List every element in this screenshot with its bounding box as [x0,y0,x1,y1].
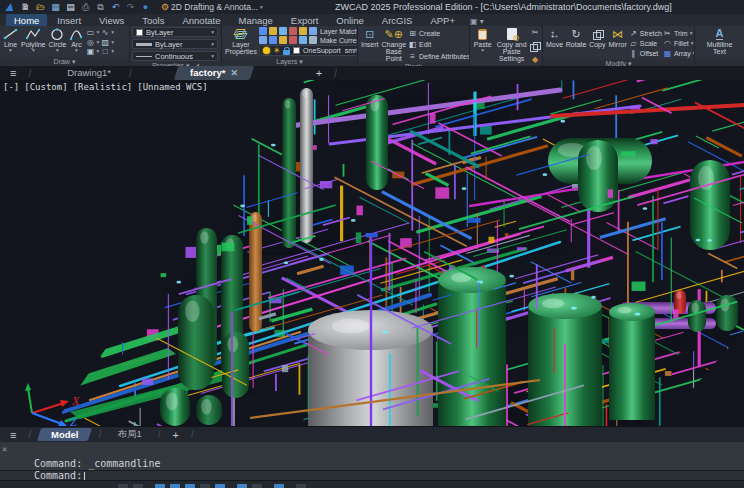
panel-label-draw[interactable]: Draw ▾ [0,57,129,66]
circle-button[interactable]: Circle ▾ [48,27,68,57]
viewport-visual-style-control[interactable]: [Realistic] [73,82,133,92]
layout-menu-icon[interactable]: ≡ [0,429,24,441]
define-attributes-button[interactable]: ≡Define Attributes [408,51,470,61]
window-title: ZWCAD 2025 Professional Edition - [C:\Us… [267,2,740,12]
line-button[interactable]: Line ▾ [2,27,19,57]
offset-button[interactable]: ∥Offset [629,48,662,58]
tab-tools[interactable]: Tools [134,14,172,26]
hatch-icon[interactable]: ▨ [100,38,110,47]
make-current-button[interactable]: Make Current [320,37,358,44]
close-command-icon[interactable]: ✕ [2,444,7,454]
save-as-icon[interactable]: ▤ [65,2,76,12]
scale-button[interactable]: ▱Scale [629,38,662,48]
layer-lock-icon[interactable] [283,50,290,55]
fillet-button[interactable]: ◠Fillet ▾ [663,38,695,48]
cut-icon[interactable]: ✂ [530,28,540,37]
move-button[interactable]: Move [545,27,564,59]
status-toggle[interactable] [170,484,180,488]
rectangle-icon[interactable]: ▭ [85,28,95,37]
gear-icon: ⚙ [161,2,169,12]
tab-views[interactable]: Views [91,14,132,26]
tab-home[interactable]: Home [6,14,47,26]
insert-block-icon: ⊡ [365,27,374,41]
stretch-button[interactable]: ↗Stretch [629,28,662,38]
status-toggle[interactable] [237,484,247,488]
new-layout-icon[interactable]: + [165,429,187,441]
arc-button[interactable]: Arc ▾ [68,27,84,57]
paste-special-icon[interactable]: ◆ [530,55,540,64]
lineweight-control[interactable]: ByLayer ▾ [132,39,218,49]
region-icon[interactable]: ▣ [85,47,95,56]
doc-tab-factory[interactable]: factory*✕ [174,66,254,80]
trim-button[interactable]: ✂Trim ▾ [663,28,695,38]
layer-dropdown[interactable]: ☀ OneSupport_smrtl ▾ [259,45,358,56]
new-tab-icon[interactable]: + [308,67,330,79]
workspace-switcher[interactable]: ⚙ 2D Drafting & Annota... ▾ [161,2,263,12]
plot-preview-icon[interactable]: ⧉ [95,2,106,12]
doc-tab-drawing1[interactable]: Drawing1* [53,66,125,80]
layer-freeze-icon[interactable]: ☀ [273,47,280,55]
status-toggle[interactable] [118,484,128,488]
ribbon-display-toggle[interactable]: ▣ ▾ [465,17,489,26]
viewport-ucs-control[interactable]: [Unnamed WCS] [137,82,207,92]
donut-icon[interactable]: ◎ [85,38,95,47]
insert-block-button[interactable]: ⊡ Insert [360,27,380,62]
new-file-icon[interactable]: 🗎 [20,2,31,12]
lineweight-sample [136,43,152,46]
create-block-button[interactable]: ⊞Create [408,28,470,38]
status-toggle[interactable] [252,484,262,488]
zwcad-logo-icon[interactable] [4,2,16,12]
status-toggle[interactable] [274,484,284,488]
paste-button[interactable]: Paste ▾ [472,27,493,65]
viewport-minimize-control[interactable]: [-] [3,82,19,92]
tab-arcgis[interactable]: ArcGIS [374,14,421,26]
tab-manage[interactable]: Manage [231,14,281,26]
color-control[interactable]: ByLayer ▾ [132,27,218,37]
tab-model[interactable]: Model [37,428,93,441]
copy-button[interactable]: Copy [588,27,606,59]
status-toggle[interactable] [155,484,165,488]
edit-block-button[interactable]: ◧Edit [408,40,470,50]
tab-insert[interactable]: Insert [49,14,89,26]
layer-match-button[interactable]: Layer Match [320,28,358,35]
tab-export[interactable]: Export [283,14,326,26]
layer-properties-button[interactable]: Layer Properties [224,27,258,57]
tab-layout1[interactable]: 布局1 [105,427,153,442]
panel-label-modify[interactable]: Modify ▾ [543,59,694,66]
change-base-point-button[interactable]: ✎⊕ Change Base Point [381,27,408,62]
panel-label-layers[interactable]: Layers ▾ [222,57,357,66]
status-toggle[interactable] [133,484,143,488]
layer-on-icon[interactable] [263,47,270,54]
command-input[interactable]: Command: [0,470,744,480]
status-toggle[interactable] [185,484,195,488]
tab-online[interactable]: Online [328,14,371,26]
linetype-control[interactable]: Continuous ▾ [132,51,218,61]
redo-icon[interactable]: ↷ [125,2,136,12]
undo-icon[interactable]: ↶ [110,2,121,12]
save-icon[interactable]: ▦ [50,2,61,12]
print-icon[interactable]: ⎙ [80,2,91,12]
tab-annotate[interactable]: Annotate [174,14,228,26]
close-tab-icon[interactable]: ✕ [230,68,238,78]
array-button[interactable]: ▦Array ▾ [663,48,695,58]
viewport-view-control[interactable]: [Custom] [24,82,67,92]
copy-clip-icon[interactable] [530,37,540,55]
boundary-icon[interactable]: □ [100,47,110,56]
copy-paste-settings-button[interactable]: Copy and Paste Settings [494,27,529,65]
command-line-panel[interactable]: ✕ Command: _commandline Command: Specify… [0,442,744,480]
mirror-button[interactable]: ⋈ Mirror [607,27,627,59]
open-file-icon[interactable]: 🗁 [35,2,46,12]
multiline-text-button[interactable]: A Multiline Text [700,27,740,57]
status-toggle[interactable] [215,484,225,488]
cloud-icon[interactable]: ● [140,2,151,12]
layer-tool-icons[interactable] [259,36,318,44]
drawing-canvas[interactable]: [-] [Custom] [Realistic] [Unnamed WCS] [0,80,744,426]
doc-menu-icon[interactable]: ≡ [0,67,24,79]
tab-app-plus[interactable]: APP+ [422,14,463,26]
rotate-button[interactable]: ↻ Rotate [565,27,587,59]
status-toggle[interactable] [200,484,210,488]
polyline-button[interactable]: Polyline ▾ [20,27,47,57]
layer-tool-icons[interactable] [259,27,318,35]
status-toggle[interactable] [296,484,306,488]
revision-cloud-icon[interactable]: ∿ [100,28,110,37]
